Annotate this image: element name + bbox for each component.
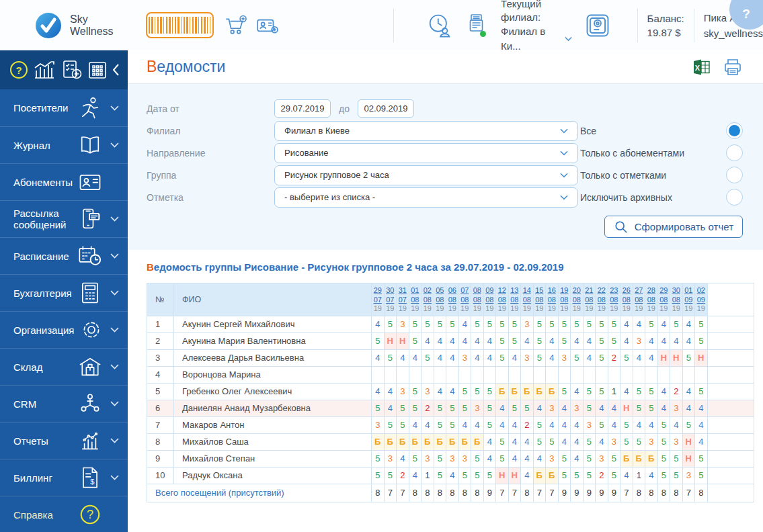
export-excel-icon[interactable]: X xyxy=(692,58,712,77)
radio-unselected[interactable] xyxy=(726,167,743,183)
date-from-input[interactable]: 29.07.2019 xyxy=(274,99,331,118)
attendance-cell: 5 xyxy=(583,383,596,400)
date-month-link[interactable]: 08 xyxy=(658,296,670,305)
barcode-button[interactable] xyxy=(146,12,214,38)
date-month-link[interactable]: 08 xyxy=(471,296,483,305)
date-month-link[interactable]: 08 xyxy=(484,296,496,305)
help-circle-icon[interactable]: ? xyxy=(9,60,28,79)
date-day-link[interactable]: 19 xyxy=(559,286,571,296)
date-month-link[interactable]: 07 xyxy=(385,296,397,305)
stats-icon[interactable] xyxy=(32,60,56,80)
sidebar-item-label: Абонементы xyxy=(13,177,73,188)
sidebar-item-memberships[interactable]: Абонементы xyxy=(0,163,128,200)
radio-unselected[interactable] xyxy=(726,189,743,206)
date-month-link[interactable]: 08 xyxy=(633,296,645,305)
receipt-icon[interactable] xyxy=(466,12,487,39)
filter-select-1[interactable]: Рисование xyxy=(274,143,578,163)
date-day-link[interactable]: 13 xyxy=(509,286,521,296)
attendance-cell: 4 xyxy=(508,416,521,433)
date-month-link[interactable]: 08 xyxy=(421,296,434,305)
radio-selected[interactable] xyxy=(726,122,743,139)
date-day-link[interactable]: 22 xyxy=(596,286,608,296)
date-month-link[interactable]: 08 xyxy=(596,296,608,305)
date-month-link[interactable]: 08 xyxy=(496,296,508,305)
filter-select-2[interactable]: Рисунок групповое 2 часа xyxy=(274,165,578,185)
visit-time-icon[interactable] xyxy=(425,11,454,40)
filter-select-0[interactable]: Филиал в Киеве xyxy=(274,121,578,141)
date-day-link[interactable]: 31 xyxy=(397,286,409,296)
sidebar-item-warehouse[interactable]: Склад xyxy=(0,348,128,385)
date-month-link[interactable]: 08 xyxy=(446,296,458,305)
date-day-link[interactable]: 27 xyxy=(633,286,645,296)
date-day-link[interactable]: 02 xyxy=(421,286,434,296)
attendance-cell: 3 xyxy=(670,400,683,416)
sidebar-item-visitors[interactable]: Посетители xyxy=(0,89,128,126)
date-month-link[interactable]: 08 xyxy=(645,296,657,305)
date-day-link[interactable]: 30 xyxy=(670,286,682,296)
date-month-link[interactable]: 08 xyxy=(670,296,682,305)
date-month-link[interactable]: 08 xyxy=(559,296,571,305)
date-month-link[interactable]: 08 xyxy=(534,296,546,305)
sidebar-item-messages[interactable]: Рассылка сообщений xyxy=(0,200,128,237)
sidebar-item-journal[interactable]: Журнал xyxy=(0,126,128,163)
date-day-link[interactable]: 15 xyxy=(534,286,546,296)
sidebar-item-help[interactable]: Справка? xyxy=(0,496,128,532)
date-month-link[interactable]: 07 xyxy=(397,296,409,305)
tasks-add-icon[interactable] xyxy=(61,59,83,81)
date-month-link[interactable]: 08 xyxy=(409,296,421,305)
date-day-link[interactable]: 12 xyxy=(496,286,508,296)
date-day-link[interactable]: 29 xyxy=(372,286,384,296)
date-day-link[interactable]: 08 xyxy=(471,286,483,296)
date-month-link[interactable]: 07 xyxy=(372,296,384,305)
cart-add-icon[interactable] xyxy=(224,13,248,38)
date-day-link[interactable]: 09 xyxy=(484,286,496,296)
date-to-input[interactable]: 02.09.2019 xyxy=(358,99,414,118)
date-month-link[interactable]: 08 xyxy=(434,296,446,305)
visitor-name: Воронцова Марина xyxy=(174,366,372,383)
date-day-link[interactable]: 29 xyxy=(658,286,670,296)
date-day-link[interactable]: 16 xyxy=(546,286,558,296)
attendance-cell: 5 xyxy=(695,332,708,349)
date-month-link[interactable]: 08 xyxy=(584,296,596,305)
date-day-link[interactable]: 06 xyxy=(446,286,458,296)
sidebar-item-accounting[interactable]: Бухгалтерия xyxy=(0,274,128,311)
sidebar-item-organization[interactable]: Организация xyxy=(0,311,128,348)
date-month-link[interactable]: 08 xyxy=(521,296,533,305)
date-day-link[interactable]: 26 xyxy=(620,286,633,296)
date-month-link[interactable]: 09 xyxy=(695,296,707,305)
current-branch-selector[interactable]: Текущий филиал: Филиал в Ки... xyxy=(501,0,572,54)
generate-report-button[interactable]: Сформировать отчет xyxy=(604,216,743,238)
date-day-link[interactable]: 02 xyxy=(695,286,707,296)
attendance-cell: 5 xyxy=(645,383,658,400)
safe-icon[interactable] xyxy=(584,11,612,40)
attendance-cell: 5 xyxy=(471,450,484,467)
filter-select-3[interactable]: - выберите из списка - xyxy=(274,187,578,208)
date-day-link[interactable]: 20 xyxy=(571,286,583,296)
date-day-link[interactable]: 23 xyxy=(608,286,620,296)
attendance-cell: 3 xyxy=(384,450,397,467)
date-day-link[interactable]: 30 xyxy=(385,286,397,296)
date-day-link[interactable]: 21 xyxy=(584,286,596,296)
date-month-link[interactable]: 08 xyxy=(459,296,471,305)
print-icon[interactable] xyxy=(723,58,743,77)
date-day-link[interactable]: 05 xyxy=(434,286,446,296)
date-month-link[interactable]: 08 xyxy=(571,296,583,305)
date-month-link[interactable]: 08 xyxy=(608,296,620,305)
date-month-link[interactable]: 09 xyxy=(683,296,695,305)
collapse-sidebar-icon[interactable] xyxy=(112,63,120,77)
calendar-icon[interactable] xyxy=(87,60,108,80)
date-day-link[interactable]: 28 xyxy=(645,286,657,296)
radio-unselected[interactable] xyxy=(726,144,743,161)
date-month-link[interactable]: 08 xyxy=(546,296,558,305)
date-day-link[interactable]: 01 xyxy=(683,286,695,296)
date-day-link[interactable]: 07 xyxy=(459,286,471,296)
date-day-link[interactable]: 01 xyxy=(409,286,421,296)
client-add-icon[interactable] xyxy=(255,13,280,38)
sidebar-item-reports[interactable]: Отчеты xyxy=(0,422,128,459)
sidebar-item-crm[interactable]: CRM xyxy=(0,385,128,422)
sidebar-item-billing[interactable]: Биллинг$ xyxy=(0,459,128,496)
sidebar-item-schedule[interactable]: Расписание xyxy=(0,237,128,274)
date-month-link[interactable]: 08 xyxy=(620,296,633,305)
date-day-link[interactable]: 14 xyxy=(521,286,533,296)
date-month-link[interactable]: 08 xyxy=(509,296,521,305)
